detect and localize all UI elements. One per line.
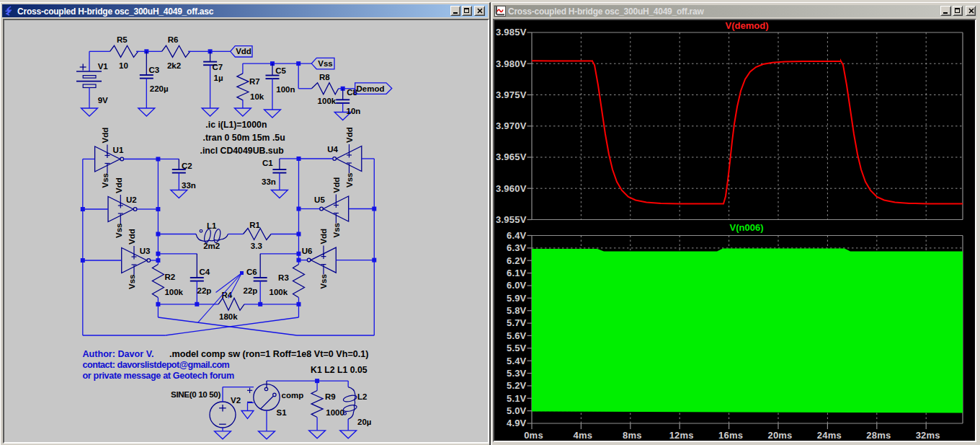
svg-text:3.960V: 3.960V [496, 183, 527, 194]
svg-text:3.965V: 3.965V [496, 151, 527, 162]
svg-text:5.0V: 5.0V [507, 405, 527, 416]
svg-text:5.7V: 5.7V [507, 317, 527, 328]
svg-text:V(demod): V(demod) [726, 20, 769, 31]
svg-text:3.975V: 3.975V [496, 89, 527, 100]
svg-text:24ms: 24ms [817, 430, 842, 441]
svg-text:12ms: 12ms [669, 430, 694, 441]
svg-text:20ms: 20ms [767, 430, 792, 441]
svg-text:4ms: 4ms [574, 430, 593, 441]
svg-text:5.5V: 5.5V [507, 343, 527, 353]
svg-text:3.955V: 3.955V [496, 214, 527, 225]
svg-text:8ms: 8ms [623, 430, 642, 441]
svg-text:3.970V: 3.970V [496, 120, 527, 131]
svg-text:6.2V: 6.2V [507, 255, 527, 266]
svg-text:16ms: 16ms [718, 430, 743, 441]
svg-text:5.4V: 5.4V [507, 356, 527, 366]
svg-text:6.3V: 6.3V [507, 242, 527, 253]
svg-text:5.1V: 5.1V [507, 393, 527, 404]
svg-text:6.0V: 6.0V [507, 280, 527, 291]
svg-text:32ms: 32ms [916, 430, 940, 441]
svg-text:5.2V: 5.2V [507, 380, 527, 391]
svg-text:4.9V: 4.9V [507, 418, 527, 428]
svg-text:0ms: 0ms [524, 430, 543, 441]
svg-text:V(n006): V(n006) [730, 222, 764, 233]
svg-text:28ms: 28ms [866, 430, 891, 441]
svg-text:6.1V: 6.1V [507, 268, 527, 278]
svg-text:5.8V: 5.8V [507, 305, 527, 316]
svg-text:5.3V: 5.3V [507, 368, 527, 379]
svg-text:3.980V: 3.980V [496, 58, 527, 69]
svg-text:6.4V: 6.4V [507, 230, 527, 241]
svg-text:5.6V: 5.6V [507, 330, 527, 341]
svg-text:5.9V: 5.9V [507, 293, 527, 304]
svg-text:3.985V: 3.985V [496, 27, 527, 38]
